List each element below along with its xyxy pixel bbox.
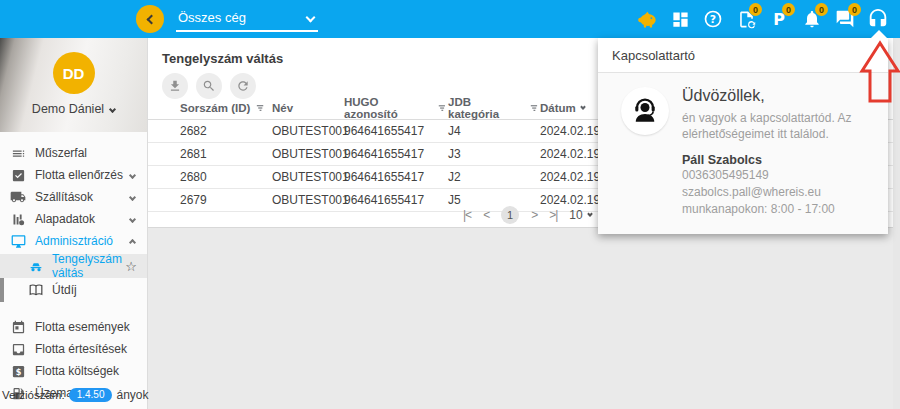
last-page-button[interactable]: >|	[549, 208, 557, 222]
cell-nev: OBUTEST001	[272, 170, 344, 184]
notifications-bell-icon[interactable]: 0	[800, 7, 824, 31]
sidebar-item-label: Szállítások	[35, 190, 93, 204]
parking-badge: 0	[782, 3, 795, 16]
axle-icon	[28, 258, 44, 274]
contact-email: szabolcs.pall@whereis.eu	[682, 184, 872, 201]
contact-hours: munkanapokon: 8:00 - 17:00	[682, 201, 872, 218]
sidebar-item-shipments[interactable]: Szállítások	[0, 186, 147, 208]
piggy-bank-icon[interactable]	[635, 7, 659, 31]
cell-hugo: 964641655417	[344, 124, 448, 138]
sidebar-item-dashboard[interactable]: Műszerfal	[0, 142, 147, 164]
popup-body: Üdvözöllek, én vagyok a kapcsolattartód.…	[598, 73, 888, 234]
popup-caret	[871, 30, 887, 38]
sidebar-subitem-toll[interactable]: Útdíj	[0, 278, 147, 302]
favorite-star-icon[interactable]: ☆	[125, 259, 137, 274]
piggy-bank-icon	[636, 8, 658, 30]
messages-icon[interactable]: 0	[833, 7, 857, 31]
user-avatar[interactable]: DD	[53, 52, 95, 94]
sidebar-nav: Műszerfal Flotta ellenőrzés Szállítások …	[0, 132, 147, 404]
report-sync-badge: 0	[749, 3, 762, 16]
cell-jdb: J5	[448, 193, 540, 207]
topbar: Összes cég	[0, 0, 900, 38]
cell-nev: OBUTEST001	[272, 193, 344, 207]
cell-sorszam: 2680	[180, 170, 272, 184]
popup-avatar-col	[608, 87, 682, 218]
user-name: Demo Dániel	[32, 102, 104, 116]
sidebar-item-administration[interactable]: Adminisztráció	[0, 230, 147, 252]
cell-hugo: 964641655417	[344, 170, 448, 184]
cell-hugo: 964641655417	[344, 147, 448, 161]
chevron-down-icon	[587, 211, 593, 217]
version-row: Verziószám: 1.4.50 ányok	[2, 388, 148, 402]
book-icon	[28, 282, 44, 298]
search-icon	[202, 79, 216, 93]
column-header-nev[interactable]: Név	[272, 102, 344, 114]
svg-text:?: ?	[710, 13, 716, 26]
sidebar-item-fleet-events[interactable]: Flotta események	[0, 316, 147, 338]
sidebar-subitem-axle-change[interactable]: Tengelyszám váltás ☆	[0, 254, 147, 278]
svg-text:$: $	[15, 366, 21, 376]
chevron-down-icon	[129, 215, 136, 222]
popup-title: Kapcsolattartó	[598, 38, 888, 73]
sort-icon	[437, 103, 448, 114]
greeting: Üdvözöllek,	[682, 87, 872, 105]
apps-grid-icon[interactable]	[668, 7, 692, 31]
app-window: Összes cég	[0, 0, 900, 409]
report-sync-icon[interactable]: 0	[734, 7, 758, 31]
page-size-select[interactable]: 10	[569, 208, 591, 222]
user-menu[interactable]: Demo Dániel	[32, 102, 115, 116]
column-label: Sorszám (ID)	[180, 102, 250, 114]
next-page-button[interactable]: >	[531, 208, 537, 222]
sidebar-item-fleet-costs[interactable]: $ Flotta költségek	[0, 360, 147, 382]
parking-icon[interactable]: P 0	[767, 7, 791, 31]
sidebar-item-label: Flotta események	[35, 320, 130, 334]
sidebar-item-master-data[interactable]: Alapadatok	[0, 208, 147, 230]
headset-icon[interactable]	[866, 7, 890, 31]
version-badge: 1.4.50	[69, 388, 113, 402]
column-header-sorszam[interactable]: Sorszám (ID)	[180, 102, 272, 114]
chevron-down-icon	[109, 105, 116, 112]
chevron-down-icon	[129, 193, 136, 200]
cell-jdb: J2	[448, 170, 540, 184]
column-label: JDB kategória	[448, 96, 524, 120]
help-icon: ?	[703, 9, 723, 29]
sidebar-user-header: DD Demo Dániel	[0, 38, 147, 132]
sidebar-item-label: Alapadatok	[35, 212, 95, 226]
column-header-hugo[interactable]: HUGO azonosító	[344, 96, 448, 120]
download-icon	[168, 79, 182, 93]
messages-badge: 0	[848, 3, 861, 16]
annotation-arrow-up	[857, 40, 900, 104]
cell-nev: OBUTEST001	[272, 124, 344, 138]
sidebar-subitem-label: Útdíj	[52, 283, 77, 297]
popup-text: Üdvözöllek, én vagyok a kapcsolattartód.…	[682, 87, 876, 218]
contact-name: Páll Szabolcs	[682, 153, 872, 167]
prev-page-button[interactable]: <	[483, 208, 489, 222]
collapse-sidebar-button[interactable]	[136, 5, 164, 33]
costs-icon: $	[10, 363, 26, 379]
headset-icon	[867, 8, 889, 30]
apps-grid-icon	[671, 10, 690, 29]
sort-icon	[529, 103, 540, 114]
inbox-icon	[10, 341, 26, 357]
contact-phone: 0036305495149	[682, 167, 872, 184]
fleet-check-icon	[10, 167, 26, 183]
support-agent-icon	[630, 96, 660, 126]
help-icon[interactable]: ?	[701, 7, 725, 31]
sort-desc-chevron-icon	[580, 104, 586, 110]
company-select-value: Összes cég	[178, 10, 246, 25]
notifications-badge: 0	[815, 3, 828, 16]
chevron-left-icon	[147, 14, 157, 24]
column-label: Dátum	[540, 102, 576, 114]
column-label: Név	[272, 102, 293, 114]
sidebar-item-label: Flotta értesítések	[35, 342, 127, 356]
sidebar-item-label: Adminisztráció	[35, 234, 113, 248]
column-header-jdb[interactable]: JDB kategória	[448, 96, 540, 120]
current-page-button[interactable]: 1	[501, 206, 519, 224]
first-page-button[interactable]: |<	[463, 208, 471, 222]
chevron-down-icon	[306, 13, 316, 23]
company-select[interactable]: Összes cég	[176, 7, 318, 32]
sidebar-item-fleet-notifications[interactable]: Flotta értesítések	[0, 338, 147, 360]
truck-icon	[10, 189, 26, 205]
chevron-down-icon	[129, 171, 136, 178]
sidebar-item-fleet-check[interactable]: Flotta ellenőrzés	[0, 164, 147, 186]
